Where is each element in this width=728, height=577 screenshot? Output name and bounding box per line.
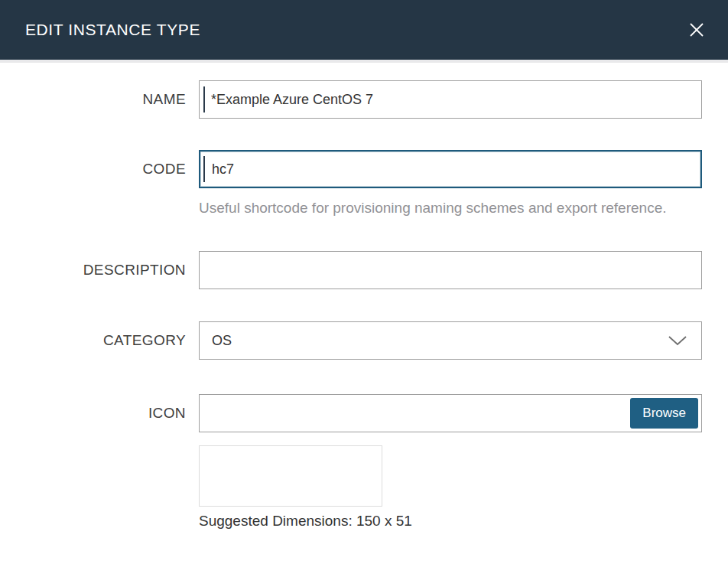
code-label: CODE (0, 161, 186, 178)
suggested-dimensions-row: Suggested Dimensions: 150 x 51 (0, 513, 702, 530)
name-label: NAME (0, 91, 186, 108)
code-input[interactable] (199, 150, 702, 188)
category-row: CATEGORY OS (0, 321, 702, 360)
edit-instance-type-form: NAME CODE Useful shortcode for provision… (0, 63, 728, 530)
icon-file-input[interactable] (199, 394, 702, 432)
icon-preview-row (0, 445, 702, 507)
category-label: CATEGORY (0, 332, 186, 349)
description-input[interactable] (199, 251, 702, 289)
category-select[interactable]: OS (199, 321, 702, 360)
suggested-dimensions: Suggested Dimensions: 150 x 51 (199, 513, 702, 530)
close-button[interactable] (684, 17, 710, 43)
code-help-text: Useful shortcode for provisioning naming… (199, 196, 688, 220)
code-row: CODE (0, 150, 702, 188)
modal-header: EDIT INSTANCE TYPE (0, 0, 728, 60)
description-label: DESCRIPTION (0, 262, 186, 279)
category-selected-value: OS (212, 333, 232, 349)
chevron-down-icon (668, 334, 687, 347)
name-input[interactable] (199, 80, 702, 119)
close-icon (687, 31, 707, 42)
name-input-wrap (199, 80, 702, 119)
icon-input-wrap: Browse (199, 394, 702, 432)
icon-row: ICON Browse (0, 394, 702, 432)
description-input-wrap (199, 251, 702, 289)
code-help-row: Useful shortcode for provisioning naming… (0, 196, 702, 220)
icon-preview-box (199, 445, 382, 507)
description-row: DESCRIPTION (0, 251, 702, 289)
name-row: NAME (0, 80, 702, 119)
icon-label: ICON (0, 405, 186, 422)
browse-button[interactable]: Browse (630, 398, 698, 429)
modal-title: EDIT INSTANCE TYPE (25, 21, 200, 39)
code-input-wrap (199, 150, 702, 188)
